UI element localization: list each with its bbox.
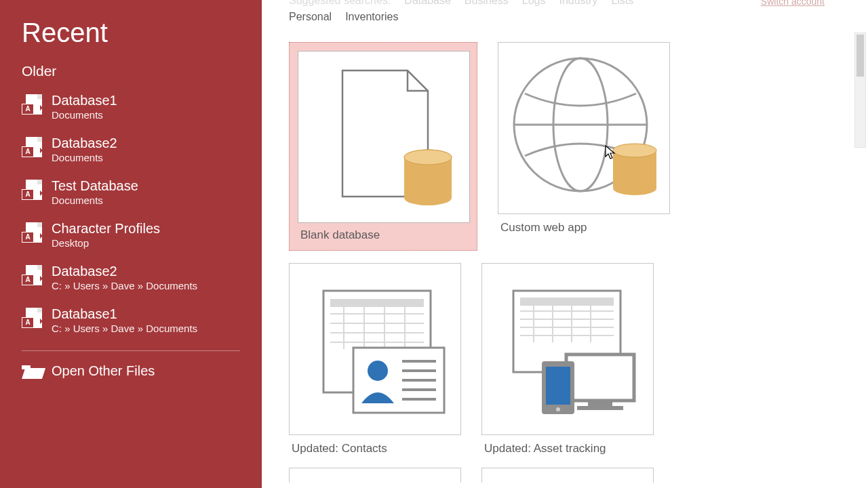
template-thumb	[289, 263, 461, 435]
recent-file-name: Database2	[52, 136, 117, 150]
blank-database-icon	[313, 62, 455, 211]
template-peek[interactable]	[289, 468, 461, 483]
access-file-icon	[22, 137, 42, 160]
recent-file-name: Test Database	[52, 178, 138, 193]
asset-tracking-icon	[493, 274, 642, 424]
template-updated-asset-tracking[interactable]: Updated: Asset tracking	[481, 263, 654, 455]
access-file-icon	[22, 265, 42, 288]
recent-title: Recent	[22, 18, 240, 48]
access-file-icon	[22, 222, 42, 245]
svg-point-3	[404, 190, 452, 205]
svg-point-4	[404, 150, 452, 165]
recent-file-name: Database1	[52, 93, 117, 108]
svg-rect-42	[577, 406, 623, 410]
template-updated-contacts[interactable]: Updated: Contacts	[289, 263, 461, 455]
template-thumb	[298, 51, 470, 223]
older-heading: Older	[22, 63, 240, 79]
svg-rect-41	[588, 401, 612, 406]
template-custom-web-app[interactable]: Custom web app	[498, 42, 670, 251]
access-file-icon	[22, 308, 42, 331]
sidebar: Recent Older Database1 Documents Databas…	[0, 0, 262, 488]
recent-file-name: Database2	[52, 264, 197, 279]
template-thumb	[289, 468, 461, 483]
recent-file[interactable]: Database1 C: » Users » Dave » Documents	[22, 300, 240, 342]
svg-rect-13	[330, 299, 424, 307]
svg-rect-30	[520, 298, 614, 306]
recent-file-name: Database1	[52, 306, 197, 321]
scrollbar-thumb[interactable]	[856, 35, 864, 77]
folder-open-icon	[22, 364, 42, 379]
suggested-link[interactable]: Inventories	[345, 11, 398, 23]
suggested-link[interactable]: Business	[465, 0, 509, 7]
sidebar-divider	[22, 350, 240, 351]
recent-file-location: Documents	[52, 109, 117, 121]
svg-point-11	[613, 144, 656, 157]
template-thumb	[498, 42, 670, 214]
recent-file[interactable]: Database1 Documents	[22, 86, 240, 129]
suggested-label: Suggested searches:	[289, 0, 391, 7]
recent-file-location: C: » Users » Dave » Documents	[52, 280, 197, 291]
access-file-icon	[22, 180, 42, 203]
access-file-icon	[22, 94, 42, 117]
suggested-searches: Suggested searches: Database Business Lo…	[262, 0, 852, 23]
suggested-link[interactable]: Database	[404, 0, 451, 7]
svg-point-10	[613, 182, 656, 195]
svg-point-23	[368, 361, 388, 381]
suggested-link[interactable]: Industry	[559, 0, 597, 7]
custom-web-app-icon	[506, 50, 662, 206]
template-thumb	[481, 468, 654, 483]
suggested-link[interactable]: Lists	[611, 0, 633, 7]
svg-rect-40	[572, 360, 629, 394]
recent-file[interactable]: Test Database Documents	[22, 171, 240, 214]
recent-file-name: Character Profiles	[52, 221, 160, 236]
suggested-link[interactable]: Personal	[289, 11, 332, 23]
template-caption: Blank database	[298, 223, 469, 242]
svg-point-45	[556, 407, 560, 411]
recent-file[interactable]: Character Profiles Desktop	[22, 214, 240, 257]
recent-file-location: C: » Users » Dave » Documents	[52, 323, 197, 334]
templates-panel: Switch account Suggested searches: Datab…	[262, 0, 868, 488]
vertical-scrollbar[interactable]	[854, 33, 866, 148]
recent-file-location: Documents	[52, 152, 117, 163]
contacts-icon	[300, 274, 450, 424]
suggested-link[interactable]: Logs	[522, 0, 546, 7]
app-root: Recent Older Database1 Documents Databas…	[0, 0, 868, 488]
recent-file[interactable]: Database2 Documents	[22, 129, 240, 171]
recent-file-location: Desktop	[52, 237, 160, 249]
open-other-files[interactable]: Open Other Files	[22, 361, 240, 382]
open-other-label: Open Other Files	[52, 363, 155, 379]
template-thumb	[481, 263, 654, 435]
recent-file-location: Documents	[52, 195, 138, 206]
template-caption: Updated: Contacts	[289, 435, 461, 455]
recent-file[interactable]: Database2 C: » Users » Dave » Documents	[22, 257, 240, 300]
template-caption: Updated: Asset tracking	[481, 435, 654, 455]
template-peek[interactable]	[481, 468, 654, 483]
template-caption: Custom web app	[498, 214, 670, 235]
template-grid: Blank database	[262, 23, 852, 488]
svg-rect-44	[546, 367, 570, 405]
template-blank-database[interactable]: Blank database	[289, 42, 477, 251]
